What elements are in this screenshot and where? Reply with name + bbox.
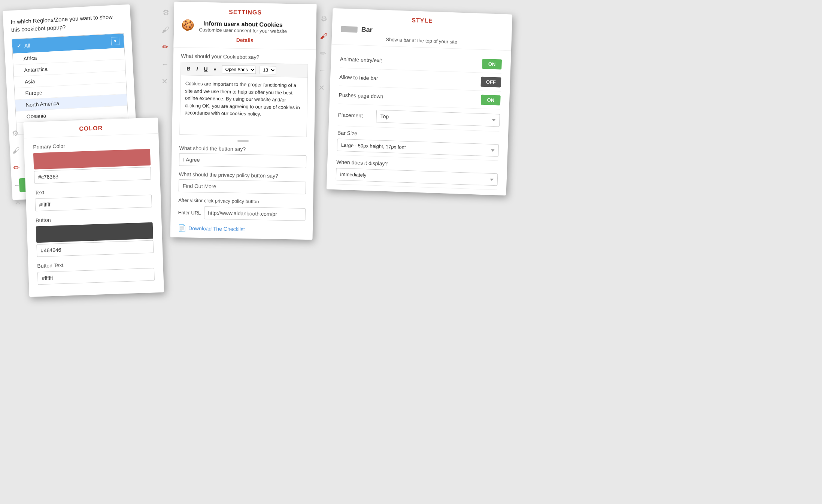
- cookie-icon: 🍪: [181, 20, 194, 31]
- settings-header: SETTINGS 🍪 Inform users about Cookies Cu…: [173, 2, 316, 50]
- close-icon[interactable]: ✕: [160, 76, 170, 86]
- barsize-section: Bar Size Small - 30px height, 13px font …: [337, 126, 499, 161]
- brush-icon[interactable]: 🖌: [161, 25, 170, 34]
- size-select[interactable]: 13: [260, 66, 276, 75]
- style-sidebar: ⚙ 🖌 ✏ ← ✕: [313, 7, 333, 98]
- animate-toggle[interactable]: ON: [482, 59, 502, 70]
- pushes-toggle[interactable]: ON: [481, 95, 501, 106]
- editor-toolbar: B I U ♦ Open Sans 13: [181, 62, 308, 77]
- arrow-left-icon-color[interactable]: ←: [12, 180, 22, 190]
- primary-swatch[interactable]: [33, 149, 151, 170]
- underline-button[interactable]: U: [202, 65, 209, 73]
- button-swatch[interactable]: [36, 222, 153, 243]
- settings-sidebar: ⚙ 🖌 ✏ ← ✕: [156, 1, 174, 92]
- display-section: When does it display? Immediately After …: [336, 155, 498, 190]
- display-select[interactable]: Immediately After 5 seconds After scroll: [336, 168, 498, 186]
- placement-label: Placement: [338, 112, 372, 119]
- download-link[interactable]: 📄 Download The Checklist: [178, 224, 305, 234]
- style-body: Animate entry/exit ON Allow to hide bar …: [327, 45, 511, 196]
- barsize-select[interactable]: Small - 30px height, 13px font Medium - …: [337, 139, 499, 157]
- style-header: STYLE Bar Show a bar at the top of your …: [331, 8, 512, 51]
- gear-icon-color[interactable]: ⚙: [10, 128, 21, 139]
- close-icon-style[interactable]: ✕: [317, 82, 327, 92]
- settings-body: What should your Cookiebot say? B I U ♦ …: [170, 48, 316, 240]
- color-sidebar: ⚙ 🖌 ✏ ← ✕: [7, 122, 26, 213]
- special-button[interactable]: ♦: [212, 66, 218, 73]
- button-say-group: What should the button say?: [179, 145, 307, 168]
- plugin-desc: Customize user consent for your website: [199, 27, 287, 34]
- italic-button[interactable]: I: [194, 65, 200, 73]
- url-row: Enter URL: [178, 206, 306, 221]
- color-title: COLOR: [32, 123, 149, 134]
- primary-input[interactable]: [34, 167, 151, 184]
- gear-icon-style[interactable]: ⚙: [319, 14, 329, 24]
- color-panel: ⚙ 🖌 ✏ ← ✕ COLOR Primary Color Text Butto…: [23, 118, 164, 297]
- button-label: Button: [36, 213, 152, 224]
- button-say-label: What should the button say?: [179, 145, 307, 153]
- animate-label: Animate entry/exit: [340, 56, 382, 63]
- button-text-color-group: Button Text: [37, 259, 155, 285]
- text-input[interactable]: [35, 195, 152, 212]
- after-click-label: After visitor click privacy policy butto…: [178, 197, 306, 205]
- button-input[interactable]: [36, 240, 154, 257]
- arrow-left-icon[interactable]: ←: [160, 59, 170, 69]
- pencil-icon-style[interactable]: ✏: [318, 48, 328, 58]
- hide-label: Allow to hide bar: [339, 74, 378, 81]
- privacy-group: What should the privacy policy button sa…: [179, 171, 306, 194]
- button-color-group: Button: [36, 213, 154, 257]
- text-color-group: Text: [34, 186, 152, 212]
- settings-panel: ⚙ 🖌 ✏ ← ✕ SETTINGS 🍪 Inform users about …: [170, 2, 317, 240]
- what-say-label: What should your Cookiebot say?: [181, 53, 308, 61]
- settings-info-text: Inform users about Cookies Customize use…: [199, 20, 287, 34]
- color-body: Primary Color Text Button Button Text: [24, 134, 164, 297]
- region-question: In which Regions/Zone you want to show t…: [10, 12, 124, 34]
- privacy-input[interactable]: [179, 179, 306, 194]
- text-label: Text: [34, 186, 151, 196]
- font-select[interactable]: Open Sans: [222, 65, 256, 74]
- brush-icon-color[interactable]: 🖌: [11, 146, 21, 156]
- placement-select[interactable]: Top Bottom: [376, 110, 500, 127]
- primary-color-group: Primary Color: [33, 140, 151, 184]
- settings-info: 🍪 Inform users about Cookies Customize u…: [181, 20, 309, 34]
- download-icon: 📄: [178, 224, 186, 232]
- dropdown-arrow-icon[interactable]: ▼: [111, 37, 119, 45]
- button-text-label: Button Text: [37, 259, 154, 269]
- url-label: Enter URL: [178, 209, 201, 215]
- gear-icon[interactable]: ⚙: [161, 7, 171, 17]
- brush-icon-style[interactable]: 🖌: [319, 31, 329, 41]
- checkmark-icon: ✓: [17, 43, 22, 49]
- button-text-input[interactable]: [37, 268, 155, 285]
- close-icon-color[interactable]: ✕: [13, 197, 23, 207]
- download-label: Download The Checklist: [188, 225, 245, 232]
- url-input[interactable]: [204, 206, 306, 221]
- privacy-label: What should the privacy policy button sa…: [179, 171, 306, 179]
- settings-title: SETTINGS: [182, 8, 309, 17]
- hide-toggle[interactable]: OFF: [481, 77, 501, 88]
- style-panel: ⚙ 🖌 ✏ ← ✕ STYLE Bar Show a bar at the to…: [327, 8, 513, 195]
- bold-button[interactable]: B: [185, 65, 192, 72]
- pushes-label: Pushes page down: [339, 92, 383, 99]
- primary-label: Primary Color: [33, 140, 150, 150]
- button-say-input[interactable]: [179, 153, 307, 168]
- editor-text: Cookies are important to the proper func…: [185, 81, 300, 117]
- bar-icon: [341, 26, 358, 33]
- bar-label: Bar: [361, 25, 373, 34]
- style-title: STYLE: [341, 15, 503, 27]
- arrow-left-icon-style[interactable]: ←: [317, 65, 327, 75]
- details-link[interactable]: Details: [181, 36, 309, 44]
- pencil-icon-color[interactable]: ✏: [12, 163, 22, 173]
- scrollbar-indicator[interactable]: [237, 140, 249, 142]
- selected-value: All: [24, 43, 30, 49]
- pencil-icon[interactable]: ✏: [160, 42, 170, 52]
- editor-area[interactable]: Cookies are important to the proper func…: [179, 75, 308, 137]
